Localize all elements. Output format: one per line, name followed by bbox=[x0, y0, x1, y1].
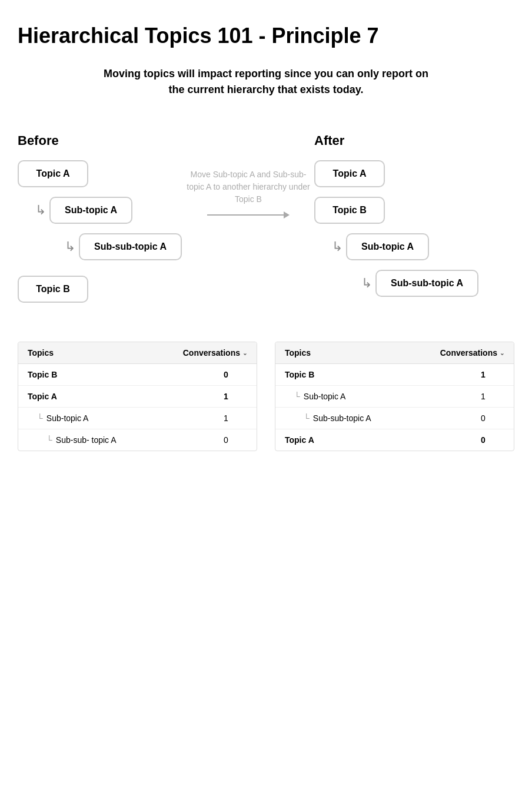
before-topic-b-box: Topic B bbox=[18, 276, 88, 303]
after-topic-b-box: Topic B bbox=[314, 197, 385, 224]
after-subsubtopic-a-row: ↳ Sub-sub-topic A bbox=[361, 270, 514, 297]
after-row-subtopic-a-label: └ Sub-topic A bbox=[285, 392, 481, 401]
after-row-subsubtopic-a: └ Sub-sub-topic A 0 bbox=[275, 408, 514, 429]
before-topic-b-row: Topic B bbox=[18, 276, 182, 303]
before-row-topic-b-label: Topic B bbox=[28, 370, 224, 379]
after-row-topic-a: Topic A 0 bbox=[275, 429, 514, 451]
after-topic-a-box: Topic A bbox=[314, 160, 385, 187]
page-title: Hierarchical Topics 101 - Principle 7 bbox=[18, 24, 514, 48]
before-row-topic-a: Topic A 1 bbox=[18, 386, 257, 408]
after-row-topic-a-val: 0 bbox=[481, 435, 504, 445]
after-diagram: After Topic A Topic B ↳ Sub-topic A ↳ Su… bbox=[314, 133, 514, 300]
before-row-subtopic-a-val: 1 bbox=[224, 413, 247, 423]
after-table-header: Topics Conversations ⌄ bbox=[275, 342, 514, 364]
before-col-conv-header: Conversations ⌄ bbox=[183, 348, 247, 358]
before-label: Before bbox=[18, 133, 182, 148]
before-row-subsubtopic-a-val: 0 bbox=[224, 435, 247, 445]
before-conv-chevron[interactable]: ⌄ bbox=[242, 350, 247, 356]
before-row-subsubtopic-a-label: └ Sub-sub- topic A bbox=[28, 435, 224, 445]
after-subtopic-a-row: ↳ Sub-topic A bbox=[332, 233, 514, 260]
before-subsubtopic-a-row: ↳ Sub-sub-topic A bbox=[65, 233, 182, 260]
after-row-topic-b-val: 1 bbox=[481, 370, 504, 379]
before-row-subsubtopic-a: └ Sub-sub- topic A 0 bbox=[18, 429, 257, 451]
after-row-topic-b-label: Topic B bbox=[285, 370, 481, 379]
after-topic-a-row: Topic A bbox=[314, 160, 514, 187]
after-row-subtopic-a-val: 1 bbox=[481, 392, 504, 401]
after-col-conv-header: Conversations ⌄ bbox=[440, 348, 504, 358]
before-row-topic-b: Topic B 0 bbox=[18, 364, 257, 386]
after-row-topic-a-label: Topic A bbox=[285, 435, 481, 445]
after-subsubtopic-connector-icon: └ bbox=[304, 413, 310, 423]
arrow-graphic bbox=[207, 211, 290, 219]
arrow-head bbox=[284, 211, 290, 219]
subsubtopic-connector-icon: └ bbox=[46, 435, 52, 445]
before-diagram: Before Topic A ↳ Sub-topic A ↳ Sub-sub-t… bbox=[18, 133, 182, 306]
before-row-subtopic-a-label: └ Sub-topic A bbox=[28, 413, 224, 423]
after-table: Topics Conversations ⌄ Topic B 1 └ Sub-t… bbox=[275, 342, 514, 451]
tables-section: Topics Conversations ⌄ Topic B 0 Topic A… bbox=[18, 342, 514, 451]
after-items: Topic A Topic B ↳ Sub-topic A ↳ Sub-sub-… bbox=[314, 160, 514, 300]
after-col-topics-header: Topics bbox=[285, 348, 440, 358]
after-connector-2: ↳ bbox=[361, 277, 372, 290]
before-row-topic-b-val: 0 bbox=[224, 370, 247, 379]
after-row-subsubtopic-a-label: └ Sub-sub-topic A bbox=[285, 413, 481, 423]
before-table: Topics Conversations ⌄ Topic B 0 Topic A… bbox=[18, 342, 257, 451]
before-table-header: Topics Conversations ⌄ bbox=[18, 342, 257, 364]
after-subtopic-a-box: Sub-topic A bbox=[346, 233, 429, 260]
before-items: Topic A ↳ Sub-topic A ↳ Sub-sub-topic A … bbox=[18, 160, 182, 306]
connector-1: ↳ bbox=[35, 204, 46, 217]
after-subtopic-connector-icon: └ bbox=[294, 392, 300, 401]
arrow-body bbox=[207, 214, 284, 216]
before-row-topic-a-label: Topic A bbox=[28, 392, 224, 401]
before-row-subtopic-a: └ Sub-topic A 1 bbox=[18, 408, 257, 429]
after-conv-chevron[interactable]: ⌄ bbox=[500, 350, 504, 356]
connector-2: ↳ bbox=[65, 240, 75, 253]
before-row-topic-a-val: 1 bbox=[224, 392, 247, 401]
before-subtopic-a-row: ↳ Sub-topic A bbox=[35, 197, 182, 224]
diagram-section: Before Topic A ↳ Sub-topic A ↳ Sub-sub-t… bbox=[18, 133, 514, 306]
before-topic-a-box: Topic A bbox=[18, 160, 88, 187]
after-topic-b-row: Topic B bbox=[314, 197, 514, 224]
after-subsubtopic-a-box: Sub-sub-topic A bbox=[375, 270, 478, 297]
arrow-section: Move Sub-topic A and Sub-sub-topic A to … bbox=[182, 133, 314, 219]
after-connector-1: ↳ bbox=[332, 240, 343, 253]
after-row-subsubtopic-a-val: 0 bbox=[481, 413, 504, 423]
subtopic-connector-icon: └ bbox=[37, 413, 43, 423]
after-row-topic-b: Topic B 1 bbox=[275, 364, 514, 386]
before-subtopic-a-box: Sub-topic A bbox=[49, 197, 132, 224]
before-col-topics-header: Topics bbox=[28, 348, 183, 358]
arrow-text: Move Sub-topic A and Sub-sub-topic A to … bbox=[182, 168, 314, 206]
after-row-subtopic-a: └ Sub-topic A 1 bbox=[275, 386, 514, 408]
before-topic-a-row: Topic A bbox=[18, 160, 182, 187]
after-label: After bbox=[314, 133, 514, 148]
before-subsubtopic-a-box: Sub-sub-topic A bbox=[79, 233, 182, 260]
subtitle: Moving topics will impact reporting sinc… bbox=[95, 66, 437, 98]
